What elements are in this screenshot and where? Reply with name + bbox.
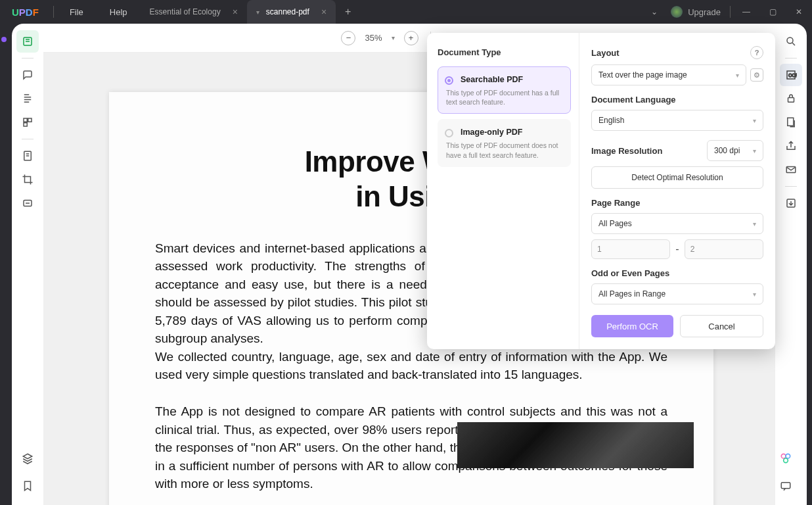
upgrade-label: Upgrade <box>688 7 721 17</box>
app-logo: UPDF <box>0 7 51 18</box>
right-toolbar-bottom <box>770 447 801 497</box>
upgrade-button[interactable]: Upgrade <box>664 6 727 18</box>
odd-even-label: Odd or Even Pages <box>591 268 669 278</box>
resolution-select[interactable]: 300 dpi <box>707 140 763 161</box>
convert-icon[interactable] <box>780 111 802 133</box>
close-icon[interactable]: × <box>233 7 238 17</box>
zoom-in-button[interactable]: + <box>404 31 418 45</box>
divider <box>730 6 731 18</box>
page-from-input[interactable]: 1 <box>591 239 670 259</box>
ocr-panel: Document Type Searchable PDF This type o… <box>427 33 775 349</box>
svg-rect-9 <box>788 98 794 103</box>
tabs-dropdown-icon[interactable]: ⌄ <box>644 7 664 16</box>
radio-icon <box>445 129 453 137</box>
redact-tool-icon[interactable] <box>16 192 39 214</box>
minimize-button[interactable]: ― <box>733 0 759 24</box>
tab-label: scanned-pdf <box>266 7 309 16</box>
crop-tool-icon[interactable] <box>16 168 39 191</box>
lang-label: Document Language <box>591 95 676 105</box>
close-icon[interactable]: × <box>321 7 327 17</box>
page-tool-icon[interactable] <box>16 145 39 167</box>
layout-select[interactable]: Text over the page image <box>591 64 746 85</box>
left-toolbar-bottom <box>12 447 43 497</box>
zoom-out-button[interactable]: − <box>341 31 355 45</box>
share-icon[interactable] <box>780 135 802 157</box>
edit-tool-icon[interactable] <box>16 87 39 110</box>
doc-type-imageonly[interactable]: Image-only PDF This type of PDF document… <box>438 119 571 166</box>
doc-type-title: Image-only PDF <box>461 128 562 137</box>
range-dash: - <box>675 243 679 255</box>
doc-type-searchable[interactable]: Searchable PDF This type of PDF document… <box>438 66 571 114</box>
language-select[interactable]: English <box>591 110 763 131</box>
doc-type-title: Searchable PDF <box>461 75 562 84</box>
comment-tool-icon[interactable] <box>16 64 39 86</box>
svg-rect-3 <box>24 123 27 126</box>
ocr-doc-type-section: Document Type Searchable PDF This type o… <box>427 33 579 349</box>
maximize-button[interactable]: ▢ <box>759 0 786 24</box>
separator <box>785 186 797 187</box>
svg-point-6 <box>787 37 793 43</box>
ai-icon[interactable] <box>775 447 797 469</box>
menu-file[interactable]: File <box>56 7 97 17</box>
page-image <box>457 422 694 468</box>
resolution-label: Image Resolution <box>591 146 662 156</box>
bookmark-icon[interactable] <box>16 475 39 497</box>
search-icon[interactable] <box>780 30 802 53</box>
organize-tool-icon[interactable] <box>16 111 39 133</box>
svg-text:OCR: OCR <box>788 73 797 78</box>
odd-even-select[interactable]: All Pages in Range <box>591 283 763 304</box>
page-range-select[interactable]: All Pages <box>591 213 763 234</box>
page-to-input[interactable]: 2 <box>685 239 763 259</box>
perform-ocr-button[interactable]: Perform OCR <box>591 315 673 337</box>
right-toolbar: OCR <box>775 24 807 505</box>
detect-resolution-button[interactable]: Detect Optimal Resolution <box>591 166 763 189</box>
titlebar: UPDF File Help Essential of Ecology × ▾ … <box>0 0 812 24</box>
doc-type-desc: This type of PDF document has a full tex… <box>446 88 562 107</box>
cancel-button[interactable]: Cancel <box>680 315 763 337</box>
doc-type-desc: This type of PDF document does not have … <box>446 141 562 159</box>
radio-icon <box>445 76 453 85</box>
svg-rect-10 <box>788 118 794 126</box>
separator <box>22 139 34 139</box>
avatar <box>671 6 683 18</box>
svg-point-15 <box>784 458 788 463</box>
email-icon[interactable] <box>780 158 802 181</box>
zoom-value: 35% <box>365 33 382 43</box>
chat-icon[interactable] <box>775 475 797 497</box>
layout-label: Layout <box>591 48 620 58</box>
svg-rect-16 <box>781 483 790 489</box>
gear-icon[interactable]: ⚙ <box>750 68 763 82</box>
reader-tool-icon[interactable] <box>16 30 39 53</box>
separator <box>785 58 797 59</box>
tab-inactive[interactable]: Essential of Ecology × <box>141 0 247 24</box>
close-button[interactable]: ✕ <box>786 0 812 24</box>
chevron-down-icon[interactable]: ▾ <box>256 9 259 16</box>
new-tab-button[interactable]: + <box>336 6 360 18</box>
tab-label: Essential of Ecology <box>150 7 221 16</box>
page-range-label: Page Range <box>591 198 640 208</box>
divider <box>53 6 54 18</box>
protect-icon[interactable] <box>780 87 802 110</box>
svg-point-14 <box>786 454 790 458</box>
separator <box>22 58 34 59</box>
help-icon[interactable]: ? <box>750 46 763 59</box>
tab-active[interactable]: ▾ scanned-pdf × <box>247 0 336 24</box>
ocr-settings-section: Layout ? Text over the page image ⚙ Docu… <box>579 33 775 349</box>
layers-icon[interactable] <box>16 447 39 469</box>
doc-type-heading: Document Type <box>438 47 571 57</box>
svg-rect-1 <box>24 118 27 122</box>
save-icon[interactable] <box>780 192 802 214</box>
menu-help[interactable]: Help <box>97 7 141 17</box>
zoom-dropdown-icon[interactable]: ▾ <box>392 34 395 41</box>
left-toolbar <box>12 24 43 505</box>
svg-rect-2 <box>28 118 32 122</box>
ocr-icon[interactable]: OCR <box>780 64 802 86</box>
svg-point-13 <box>781 454 786 458</box>
notification-dot <box>1 37 7 42</box>
zoom-controls: − 35% ▾ + <box>341 31 418 45</box>
